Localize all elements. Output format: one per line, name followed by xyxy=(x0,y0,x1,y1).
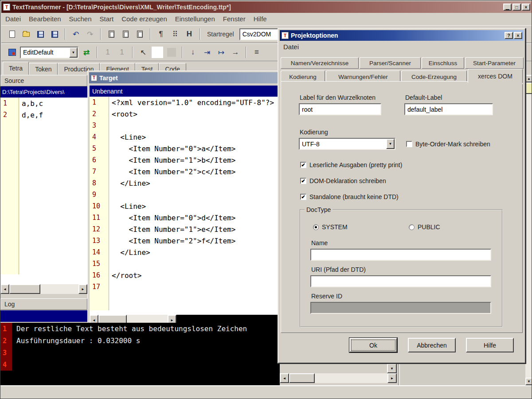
open-file-button[interactable] xyxy=(20,28,32,40)
menu-hilfe[interactable]: Hilfe xyxy=(250,14,271,24)
close-button[interactable]: × xyxy=(522,4,530,11)
toolbar-separator xyxy=(150,28,151,40)
scroll-right-icon[interactable]: ► xyxy=(78,284,87,294)
scrollbar-track[interactable] xyxy=(525,94,532,378)
system-radio[interactable]: SYSTEM xyxy=(313,223,348,231)
pointer-button[interactable]: ↖ xyxy=(137,46,149,59)
hilfe-button[interactable]: Hilfe xyxy=(466,338,514,352)
dialog-tabs-back-row: Namen/Verzeichnisse Parser/Scanner Einsc… xyxy=(281,57,524,69)
format-marks-button[interactable]: ⠿ xyxy=(169,28,181,40)
gray-swatch-icon xyxy=(167,48,176,57)
insert-number-button-1[interactable]: 1 xyxy=(102,46,114,59)
scroll-left-icon[interactable]: ◄ xyxy=(0,284,9,294)
tab-namen-verzeichnisse[interactable]: Namen/Verzeichnisse xyxy=(281,57,359,69)
header-marks-button[interactable]: H xyxy=(183,28,196,40)
sync-button[interactable]: ⇄ xyxy=(80,46,93,59)
scrollbar-track[interactable] xyxy=(40,284,78,294)
root-node-input[interactable]: root xyxy=(299,103,381,115)
dialog-menu-datei[interactable]: Datei xyxy=(280,42,302,51)
scroll-up-icon[interactable]: ▲ xyxy=(525,75,532,82)
uri-input[interactable] xyxy=(310,275,491,287)
tab-start-parameter[interactable]: Start-Parameter xyxy=(465,57,524,69)
tab-parser-scanner[interactable]: Parser/Scanner xyxy=(360,57,421,69)
number-1-icon: 1 xyxy=(106,48,110,57)
standalone-checkbox[interactable]: ✔ Standalone (braucht keine DTD) xyxy=(300,193,399,200)
paste-special-button-3[interactable] xyxy=(133,28,146,40)
toolbar-separator xyxy=(97,47,98,58)
move-to-button[interactable]: ↦ xyxy=(215,46,227,59)
checkbox-box[interactable]: ✔ xyxy=(300,194,306,200)
minimize-button[interactable]: ▁ xyxy=(503,4,512,11)
new-file-button[interactable] xyxy=(6,28,18,40)
scrollbar-thumb[interactable] xyxy=(9,284,40,294)
radio-circle[interactable] xyxy=(409,224,415,230)
menu-bearbeiten[interactable]: Bearbeiten xyxy=(25,14,65,24)
scrollbar-track[interactable] xyxy=(315,373,387,383)
dom-declaration-checkbox[interactable]: ✔ DOM-Deklaration schreiben xyxy=(300,177,386,184)
color-swatch-button[interactable] xyxy=(151,46,164,59)
mdi-scroll-down-button[interactable]: ▼ xyxy=(387,364,397,373)
scroll-left-icon[interactable]: ◄ xyxy=(280,373,289,383)
number-1-icon: 1 xyxy=(120,48,124,57)
log-console[interactable]: 1Der restliche Text besteht aus bedeutun… xyxy=(0,323,280,385)
paste-special-button-2[interactable] xyxy=(119,28,132,40)
dialog-close-button[interactable]: × xyxy=(514,32,522,39)
combo-dropdown-icon[interactable]: ▼ xyxy=(386,139,395,149)
save-button[interactable] xyxy=(48,28,61,40)
dialog-help-button[interactable]: ? xyxy=(505,32,513,39)
menubar: Datei Bearbeiten Suchen Start Code erzeu… xyxy=(1,13,532,25)
checkbox-box[interactable]: ✔ xyxy=(300,162,306,168)
insert-end-button[interactable]: ⇥ xyxy=(201,46,213,59)
source-path-bar[interactable]: D:\Tetra\Projects\Divers\ xyxy=(0,86,87,98)
menu-datei[interactable]: Datei xyxy=(1,14,25,24)
radio-circle[interactable] xyxy=(313,224,319,230)
public-radio[interactable]: PUBLIC xyxy=(409,223,440,231)
menu-code-erzeugen[interactable]: Code erzeugen xyxy=(117,14,171,24)
abbrechen-button[interactable]: Abbrechen xyxy=(408,338,456,352)
menu-start[interactable]: Start xyxy=(95,14,117,24)
combo-dropdown-icon[interactable]: ▼ xyxy=(69,47,78,58)
undo-button[interactable]: ↶ xyxy=(70,28,82,40)
wrap-lines-button[interactable]: ≡ xyxy=(250,46,263,59)
doctype-group: DocType SYSTEM PUBLIC Name URI (Pfad der… xyxy=(300,209,503,327)
insert-below-button[interactable]: ↓ xyxy=(187,46,199,59)
go-right-button[interactable]: → xyxy=(229,46,242,59)
tab-xerces-dom[interactable]: xerces DOM xyxy=(468,69,523,83)
scroll-right-icon[interactable]: ► xyxy=(387,373,397,383)
redo-button[interactable]: ↷ xyxy=(84,28,96,40)
save-as-button[interactable] xyxy=(34,28,47,40)
main-vertical-scrollbar[interactable]: ▲ ▼ xyxy=(525,75,532,385)
scroll-down-icon[interactable]: ▼ xyxy=(525,378,532,385)
encoding-combobox[interactable]: UTF-8 ▼ xyxy=(299,138,395,150)
pilcrow-button[interactable]: ¶ xyxy=(155,28,167,40)
disabled-swatch-button[interactable] xyxy=(165,46,178,59)
ok-button[interactable]: Ok xyxy=(349,338,397,352)
menu-fenster[interactable]: Fenster xyxy=(219,14,250,24)
pretty-print-checkbox[interactable]: ✔ Leserliche Ausgaben (pretty print) xyxy=(300,161,402,168)
lines-icon: ≡ xyxy=(254,48,259,57)
checkbox-box[interactable] xyxy=(406,141,412,147)
titlebar[interactable]: T TextTransformer - [D:\Tetra\Projects\D… xyxy=(1,1,532,13)
log-selected-bar[interactable] xyxy=(0,310,87,322)
insert-number-button-2[interactable]: 1 xyxy=(116,46,128,59)
source-editor[interactable]: 1a,b,c 2d,e,f xyxy=(0,98,87,284)
tab-einschluss[interactable]: Einschluss xyxy=(422,57,464,69)
menu-suchen[interactable]: Suchen xyxy=(65,14,96,24)
scrollbar-thumb[interactable] xyxy=(289,373,315,383)
checkbox-box[interactable]: ✔ xyxy=(300,178,306,184)
menu-einstellungen[interactable]: Einstellungen xyxy=(171,14,219,24)
scrollbar-thumb[interactable] xyxy=(525,82,532,94)
source-horizontal-scrollbar[interactable]: ◄ ► xyxy=(0,284,87,294)
edit-mode-combobox[interactable]: EditDefault ▼ xyxy=(20,47,78,59)
editor-line: 2d,e,f xyxy=(0,109,87,121)
mdi-horizontal-scrollbar[interactable]: ◄ ► xyxy=(280,373,397,383)
paste-special-button-1[interactable] xyxy=(105,28,117,40)
tab-token[interactable]: Token xyxy=(29,63,58,75)
maximize-button[interactable]: □ xyxy=(512,4,521,11)
name-input[interactable] xyxy=(310,249,491,261)
tab-tetra[interactable]: Tetra xyxy=(3,62,29,75)
dialog-titlebar[interactable]: T Projektoptionen ? × xyxy=(280,30,524,41)
default-label-input[interactable]: default_label xyxy=(404,103,493,115)
browser-view-button[interactable] xyxy=(6,46,18,59)
bom-checkbox[interactable]: Byte-Order-Mark schreiben xyxy=(406,141,490,148)
